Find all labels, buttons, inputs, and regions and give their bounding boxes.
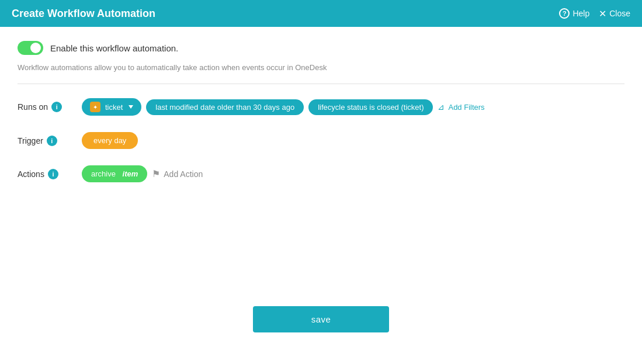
divider: [18, 84, 624, 84]
ticket-dropdown-icon: [129, 105, 133, 109]
runs-on-content: ✦ ticket last modified date older than 3…: [82, 98, 624, 116]
trigger-label: Trigger i: [18, 132, 70, 146]
enable-row: Enable this workflow automation.: [18, 41, 624, 55]
ticket-pill[interactable]: ✦ ticket: [82, 98, 141, 116]
runs-on-label: Runs on i: [18, 98, 70, 112]
footer: save: [18, 294, 624, 350]
modal-title: Create Workflow Automation: [12, 8, 155, 20]
help-icon: ?: [559, 8, 570, 19]
description-text: Workflow automations allow you to automa…: [18, 63, 624, 72]
close-icon: ✕: [599, 8, 606, 19]
form-section: Runs on i ✦ ticket last modified date ol…: [18, 98, 624, 294]
modal-body: Enable this workflow automation. Workflo…: [0, 27, 642, 364]
actions-content: archive item ⚑ Add Action: [82, 165, 624, 182]
enable-toggle[interactable]: [18, 41, 43, 55]
action-verb: archive: [91, 169, 116, 178]
action-object: item: [123, 169, 138, 178]
actions-info-icon[interactable]: i: [48, 169, 58, 179]
runs-on-info-icon[interactable]: i: [51, 102, 62, 112]
modal-header: Create Workflow Automation ? Help ✕ Clos…: [0, 0, 642, 27]
actions-label: Actions i: [18, 165, 70, 179]
trigger-content: every day: [82, 132, 624, 149]
trigger-pill[interactable]: every day: [82, 132, 138, 149]
help-label: Help: [572, 9, 589, 18]
actions-row: Actions i archive item ⚑ Add Action: [18, 165, 624, 182]
ticket-icon: ✦: [90, 102, 100, 112]
toggle-track: [18, 41, 43, 55]
help-button[interactable]: ? Help: [559, 8, 589, 19]
close-button[interactable]: ✕ Close: [599, 8, 630, 19]
header-actions: ? Help ✕ Close: [559, 8, 630, 19]
toggle-thumb: [30, 43, 41, 53]
filter-icon: ⊿: [438, 102, 445, 112]
close-label: Close: [609, 9, 630, 18]
add-filter-button[interactable]: ⊿ Add Filters: [438, 102, 484, 112]
filter2-pill[interactable]: lifecycle status is closed (ticket): [308, 99, 433, 115]
modal-container: Create Workflow Automation ? Help ✕ Clos…: [0, 0, 642, 364]
flag-icon: ⚑: [152, 168, 160, 179]
runs-on-row: Runs on i ✦ ticket last modified date ol…: [18, 98, 624, 116]
action-pill[interactable]: archive item: [82, 165, 147, 182]
filter1-pill[interactable]: last modified date older than 30 days ag…: [146, 99, 304, 115]
save-button[interactable]: save: [253, 306, 390, 332]
trigger-info-icon[interactable]: i: [47, 136, 57, 146]
enable-label: Enable this workflow automation.: [50, 43, 178, 53]
ticket-label: ticket: [105, 103, 123, 112]
add-action-button[interactable]: ⚑ Add Action: [152, 168, 203, 179]
trigger-row: Trigger i every day: [18, 132, 624, 149]
